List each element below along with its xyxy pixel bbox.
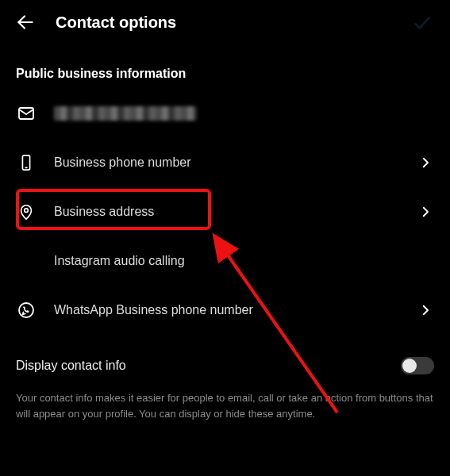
- display-contact-info-row: Display contact info: [0, 335, 450, 386]
- phone-icon: [16, 152, 37, 173]
- row-label-audio: Instagram audio calling: [54, 254, 434, 268]
- back-button[interactable]: [14, 11, 37, 33]
- row-email[interactable]: [0, 89, 450, 138]
- toggle-knob: [402, 359, 417, 373]
- whatsapp-icon: [16, 300, 37, 321]
- email-value-redacted: [54, 106, 197, 121]
- row-label-address: Business address: [54, 205, 399, 219]
- row-whatsapp[interactable]: WhatsApp Business phone number: [0, 286, 450, 335]
- back-arrow-icon: [15, 12, 36, 33]
- row-address[interactable]: Business address: [0, 187, 450, 236]
- location-pin-icon: [16, 202, 37, 222]
- display-contact-info-label: Display contact info: [16, 359, 126, 373]
- header: Contact options: [0, 0, 450, 44]
- check-icon: [412, 13, 433, 33]
- spacer-icon: [16, 251, 37, 271]
- confirm-button[interactable]: [412, 13, 433, 33]
- display-contact-info-toggle[interactable]: [401, 357, 434, 374]
- svg-point-4: [25, 209, 29, 213]
- chevron-right-icon: [417, 203, 434, 221]
- chevron-right-icon: [417, 154, 434, 171]
- chevron-right-icon: [417, 301, 434, 319]
- row-label-whatsapp: WhatsApp Business phone number: [54, 303, 399, 317]
- row-phone[interactable]: Business phone number: [0, 138, 450, 187]
- page-title: Contact options: [56, 13, 176, 32]
- footer-text: Your contact info makes it easier for pe…: [0, 386, 450, 437]
- row-label-phone: Business phone number: [54, 155, 399, 170]
- row-audio-calling[interactable]: Instagram audio calling: [0, 236, 450, 286]
- section-title: Public business information: [0, 44, 450, 89]
- svg-point-5: [19, 303, 33, 317]
- mail-icon: [16, 103, 37, 124]
